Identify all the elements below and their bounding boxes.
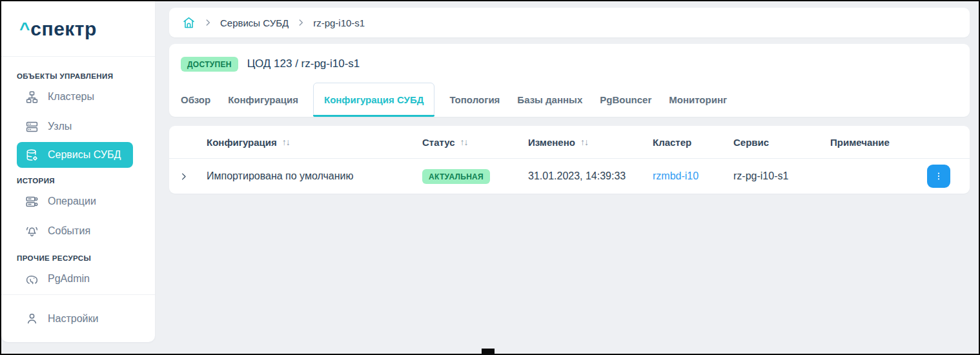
status-badge: АКТУАЛЬНАЯ xyxy=(422,169,490,184)
chevron-right-icon xyxy=(296,18,305,27)
section-history: ИСТОРИЯ xyxy=(17,177,141,185)
events-bell-icon xyxy=(25,224,39,238)
cell-configuration: Импортирована по умолчанию xyxy=(198,170,417,182)
sidebar-item-nodes[interactable]: Узлы xyxy=(17,112,141,141)
app-logo[interactable]: ^ спектр xyxy=(1,1,155,57)
breadcrumb-item-current: rz-pg-i10-s1 xyxy=(313,17,365,28)
main-content: Сервисы СУБД rz-pg-i10-s1 ДОСТУПЕН ЦОД 1… xyxy=(155,0,980,355)
sidebar-item-label: Узлы xyxy=(48,121,72,132)
cell-status: АКТУАЛЬНАЯ xyxy=(417,169,527,184)
column-label: Конфигурация xyxy=(207,137,277,148)
tab-overview[interactable]: Обзор xyxy=(181,83,210,117)
column-header-configuration[interactable]: Конфигурация ↑↓ xyxy=(198,137,417,148)
service-card: ДОСТУПЕН ЦОД 123 / rz-pg-i10-s1 Обзор Ко… xyxy=(169,44,970,117)
column-label: Примечание xyxy=(830,137,890,148)
logo-text: спектр xyxy=(30,18,97,40)
sidebar-footer: Настройки xyxy=(1,294,155,342)
sidebar-item-operations[interactable]: Операции xyxy=(17,187,141,216)
tab-monitoring[interactable]: Мониторинг xyxy=(669,83,727,117)
configurations-table: Конфигурация ↑↓ Статус ↑↓ Изменено ↑↓ Кл… xyxy=(169,126,970,194)
tab-bar: Обзор Конфигурация Конфигурация СУБД Топ… xyxy=(169,83,970,117)
column-header-status[interactable]: Статус ↑↓ xyxy=(417,137,527,148)
section-management-objects: ОБЪЕКТЫ УПРАВЛЕНИЯ xyxy=(17,72,141,80)
tab-topology[interactable]: Топология xyxy=(449,83,500,117)
home-icon[interactable] xyxy=(182,16,196,30)
kebab-menu-icon xyxy=(934,171,944,181)
cell-actions xyxy=(927,165,970,188)
pgadmin-elephant-icon xyxy=(25,272,39,286)
sidebar-item-label: Операции xyxy=(48,196,96,207)
sidebar-item-settings[interactable]: Настройки xyxy=(25,312,98,326)
row-expand-chevron-icon[interactable] xyxy=(169,172,198,181)
column-label: Изменено xyxy=(528,137,575,148)
cell-service: rz-pg-i10-s1 xyxy=(732,170,829,182)
column-label: Кластер xyxy=(653,137,691,148)
sidebar-item-label: Кластеры xyxy=(48,91,94,103)
column-header-modified[interactable]: Изменено ↑↓ xyxy=(527,137,651,148)
sidebar-item-label: PgAdmin xyxy=(48,273,90,285)
sort-icon[interactable]: ↑↓ xyxy=(460,137,468,147)
dbms-services-icon xyxy=(25,148,39,162)
row-actions-button[interactable] xyxy=(927,165,950,188)
operations-icon xyxy=(25,194,39,208)
sidebar-item-label: События xyxy=(48,225,90,237)
clusters-icon xyxy=(25,90,39,104)
column-label: Сервис xyxy=(733,137,769,148)
column-header-cluster: Кластер xyxy=(651,137,732,148)
tab-configuration[interactable]: Конфигурация xyxy=(228,83,298,117)
tab-pgbouncer[interactable]: PgBouncer xyxy=(600,83,651,117)
sidebar: ^ спектр ОБЪЕКТЫ УПРАВЛЕНИЯ Кластеры xyxy=(1,1,155,342)
chevron-right-icon xyxy=(203,18,212,27)
column-header-note: Примечание xyxy=(829,137,927,148)
table-row: Импортирована по умолчанию АКТУАЛЬНАЯ 31… xyxy=(169,159,970,194)
column-label: Статус xyxy=(422,137,455,148)
user-icon xyxy=(25,312,39,326)
sidebar-nav: ОБЪЕКТЫ УПРАВЛЕНИЯ Кластеры xyxy=(1,57,155,293)
sidebar-item-label: Настройки xyxy=(48,313,98,325)
sort-icon[interactable]: ↑↓ xyxy=(580,137,588,147)
sidebar-item-label: Сервисы СУБД xyxy=(48,149,121,161)
cluster-link[interactable]: rzmbd-i10 xyxy=(653,170,699,182)
sidebar-item-clusters[interactable]: Кластеры xyxy=(17,83,141,111)
sidebar-item-pgadmin[interactable]: PgAdmin xyxy=(17,265,141,293)
breadcrumb-item-services[interactable]: Сервисы СУБД xyxy=(220,17,289,28)
tab-databases[interactable]: Базы данных xyxy=(517,83,582,117)
bottom-notch xyxy=(482,349,495,355)
nodes-icon xyxy=(25,119,39,134)
breadcrumb: Сервисы СУБД rz-pg-i10-s1 xyxy=(169,8,970,37)
section-other-resources: ПРОЧИЕ РЕСУРСЫ xyxy=(17,254,141,262)
column-header-service: Сервис xyxy=(732,137,829,148)
sidebar-item-dbms-services[interactable]: Сервисы СУБД xyxy=(17,142,133,168)
tab-dbms-configuration[interactable]: Конфигурация СУБД xyxy=(313,83,434,117)
sidebar-item-events[interactable]: События xyxy=(17,217,141,245)
cell-cluster: rzmbd-i10 xyxy=(651,170,732,182)
cell-modified: 31.01.2023, 14:39:33 xyxy=(527,170,651,182)
sort-icon[interactable]: ↑↓ xyxy=(282,137,290,147)
logo-caret-icon: ^ xyxy=(19,19,30,39)
table-header-row: Конфигурация ↑↓ Статус ↑↓ Изменено ↑↓ Кл… xyxy=(169,126,970,159)
status-badge: ДОСТУПЕН xyxy=(181,57,238,72)
service-title: ЦОД 123 / rz-pg-i10-s1 xyxy=(247,57,360,70)
